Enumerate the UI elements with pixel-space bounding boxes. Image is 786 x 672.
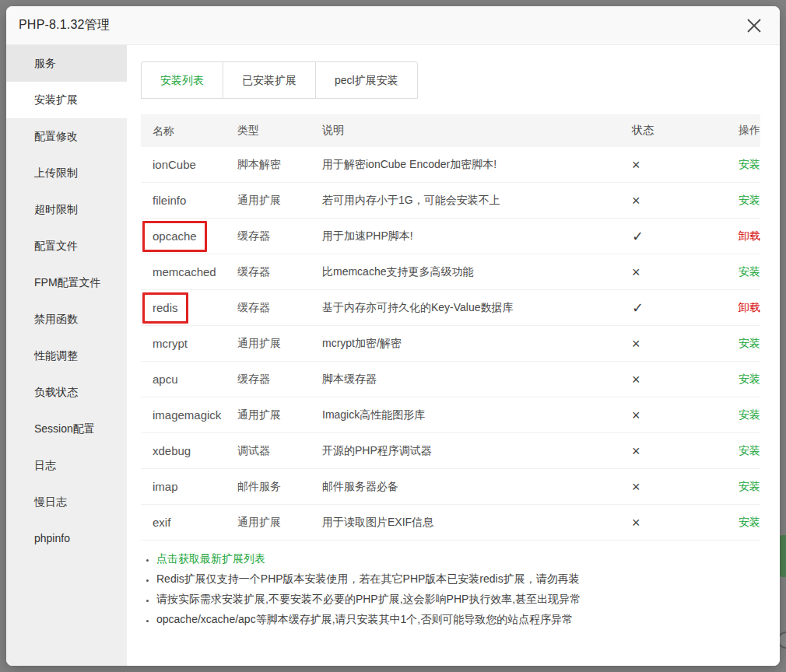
install-uninstall-button[interactable]: 安装 xyxy=(739,194,760,206)
sidebar-item[interactable]: 日志 xyxy=(6,447,127,484)
table-row: redis 缓存器 基于内存亦可持久化的Key-Value数据库 ✓ 卸载 xyxy=(141,290,760,326)
extension-description: 用于加速PHP脚本! xyxy=(322,229,632,243)
sidebar-item[interactable]: 性能调整 xyxy=(6,338,127,374)
extension-status-cell: × xyxy=(632,516,721,530)
extension-name: exif xyxy=(153,516,170,529)
extension-name: redis xyxy=(142,292,188,324)
tab-label: 已安装扩展 xyxy=(242,74,297,86)
column-header-status: 状态 xyxy=(632,124,721,138)
status-icon: × xyxy=(632,157,640,173)
table-row: exif 通用扩展 用于读取图片EXIF信息 × 安装 xyxy=(141,505,760,541)
close-icon xyxy=(746,17,763,34)
sidebar-item[interactable]: phpinfo xyxy=(6,520,127,557)
tab[interactable]: 已安装扩展 xyxy=(223,62,315,98)
dimmed-background-button-fragment xyxy=(780,535,786,577)
extension-type: 通用扩展 xyxy=(237,516,322,530)
table-row: apcu 缓存器 脚本缓存器 × 安装 xyxy=(141,362,760,397)
extension-status-cell: × xyxy=(632,444,721,458)
tab-bar: 安装列表 已安装扩展 pecl扩展安装 xyxy=(141,61,418,99)
note-text: Redis扩展仅支持一个PHP版本安装使用，若在其它PHP版本已安装redis扩… xyxy=(156,572,580,585)
main-content: 安装列表 已安装扩展 pecl扩展安装 名称 类型 说明 状 xyxy=(127,45,780,666)
extension-type: 缓存器 xyxy=(237,301,322,315)
install-uninstall-button[interactable]: 安装 xyxy=(739,480,760,492)
status-icon: × xyxy=(632,372,640,387)
table-row: opcache 缓存器 用于加速PHP脚本! ✓ 卸载 xyxy=(141,219,760,254)
sidebar-item-label: 安装扩展 xyxy=(34,93,78,106)
note-item: opcache/xcache/apc等脚本缓存扩展,请只安装其中1个,否则可能导… xyxy=(156,611,760,627)
sidebar-item-label: 上传限制 xyxy=(34,166,78,179)
extension-name: mcrypt xyxy=(153,337,188,350)
extension-description: 邮件服务器必备 xyxy=(322,480,632,494)
column-header-desc: 说明 xyxy=(322,124,632,138)
extension-action-cell: 安装 xyxy=(721,265,760,279)
sidebar-item[interactable]: 安装扩展 xyxy=(6,82,127,118)
status-icon: × xyxy=(632,336,640,352)
install-uninstall-button[interactable]: 安装 xyxy=(739,516,760,528)
table-row: imagemagick 通用扩展 Imagick高性能图形库 × 安装 xyxy=(141,397,760,433)
extension-name: xdebug xyxy=(153,444,191,457)
install-uninstall-button[interactable]: 安装 xyxy=(739,408,760,421)
extension-name-cell: apcu xyxy=(153,372,237,387)
column-header-action: 操作 xyxy=(721,124,760,138)
install-uninstall-button[interactable]: 卸载 xyxy=(739,229,760,242)
extension-type: 脚本解密 xyxy=(237,158,322,172)
sidebar-item[interactable]: 慢日志 xyxy=(6,484,127,520)
sidebar-item[interactable]: 上传限制 xyxy=(6,155,127,191)
extension-status-cell: ✓ xyxy=(632,229,721,243)
sidebar-item-label: 日志 xyxy=(34,459,56,471)
install-uninstall-button[interactable]: 卸载 xyxy=(739,301,760,313)
extension-status-cell: × xyxy=(632,373,721,387)
sidebar-item-label: 负载状态 xyxy=(34,386,78,398)
sidebar-item[interactable]: 负载状态 xyxy=(6,374,127,411)
extension-action-cell: 安装 xyxy=(721,194,760,208)
extension-action-cell: 安装 xyxy=(721,444,760,458)
extension-description: 开源的PHP程序调试器 xyxy=(322,444,632,458)
install-uninstall-button[interactable]: 安装 xyxy=(739,158,760,170)
sidebar-item[interactable]: 配置修改 xyxy=(6,118,127,155)
tab[interactable]: 安装列表 xyxy=(142,62,223,98)
tab[interactable]: pecl扩展安装 xyxy=(315,62,417,98)
column-header-name: 名称 xyxy=(153,123,237,138)
extension-description: 脚本缓存器 xyxy=(322,373,632,387)
sidebar-item[interactable]: 超时限制 xyxy=(6,191,127,228)
extension-name-cell: imap xyxy=(153,479,237,495)
note-text: 请按实际需求安装扩展,不要安装不必要的PHP扩展,这会影响PHP执行效率,甚至出… xyxy=(156,593,581,605)
extension-name-cell: memcached xyxy=(153,264,237,280)
sidebar-item-label: 禁用函数 xyxy=(34,313,78,325)
extension-name: opcache xyxy=(142,221,207,252)
table-row: xdebug 调试器 开源的PHP程序调试器 × 安装 xyxy=(141,433,760,469)
install-uninstall-button[interactable]: 安装 xyxy=(739,265,760,278)
install-uninstall-button[interactable]: 安装 xyxy=(739,337,760,349)
install-uninstall-button[interactable]: 安装 xyxy=(739,444,760,457)
extension-action-cell: 卸载 xyxy=(721,229,760,243)
php-manage-dialog: PHP-8.1.32管理 服务 安装扩展 配置修改 xyxy=(6,6,780,666)
sidebar-item-label: 配置文件 xyxy=(34,240,78,252)
extension-name: imagemagick xyxy=(153,408,221,422)
sidebar-item[interactable]: 配置文件 xyxy=(6,228,127,264)
extension-description: 基于内存亦可持久化的Key-Value数据库 xyxy=(322,301,632,315)
table-row: fileinfo 通用扩展 若可用内存小于1G，可能会安装不上 × 安装 xyxy=(141,183,760,219)
extension-name-cell: xdebug xyxy=(153,443,237,459)
sidebar-item[interactable]: FPM配置文件 xyxy=(6,264,127,301)
extension-name: ionCube xyxy=(153,158,196,171)
sidebar-item[interactable]: 禁用函数 xyxy=(6,301,127,338)
note-item: 点击获取最新扩展列表 xyxy=(156,551,760,566)
sidebar-item-label: 超时限制 xyxy=(34,203,78,215)
sidebar-item[interactable]: 服务 xyxy=(6,45,127,82)
note-text: opcache/xcache/apc等脚本缓存扩展,请只安装其中1个,否则可能导… xyxy=(156,613,573,625)
extension-status-cell: × xyxy=(632,265,721,279)
tab-label: pecl扩展安装 xyxy=(335,74,398,86)
close-button[interactable] xyxy=(744,16,764,36)
extension-name-cell: mcrypt xyxy=(153,336,237,352)
table-header-row: 名称 类型 说明 状态 操作 xyxy=(141,114,760,147)
table-row: ionCube 脚本解密 用于解密ionCube Encoder加密脚本! × … xyxy=(141,147,760,183)
extension-description: 用于解密ionCube Encoder加密脚本! xyxy=(322,158,632,172)
install-uninstall-button[interactable]: 安装 xyxy=(739,373,760,385)
sidebar-item-label: 慢日志 xyxy=(34,495,67,508)
extension-name-cell: ionCube xyxy=(153,157,237,173)
extension-action-cell: 安装 xyxy=(721,516,760,530)
sidebar-item[interactable]: Session配置 xyxy=(6,411,127,447)
table-row: imap 邮件服务 邮件服务器必备 × 安装 xyxy=(141,469,760,505)
extension-type: 通用扩展 xyxy=(237,337,322,351)
extension-action-cell: 卸载 xyxy=(721,301,760,315)
